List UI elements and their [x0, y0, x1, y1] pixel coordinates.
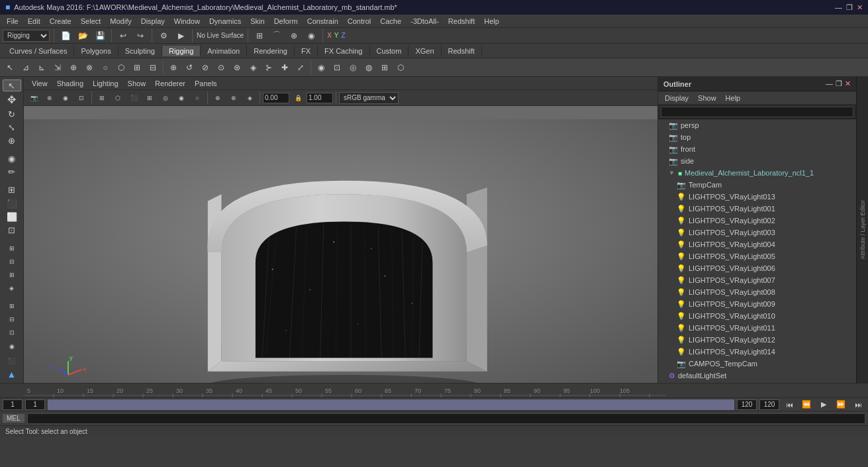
- outliner-item-light011[interactable]: 💡 LIGHTPOS_VRayLight011: [658, 322, 856, 334]
- vp-ssao-icon[interactable]: ○: [190, 91, 205, 105]
- shelf-select-icon[interactable]: ↖: [3, 60, 17, 75]
- tab-polygons[interactable]: Polygons: [74, 46, 118, 56]
- shelf-icon21[interactable]: ⊡: [330, 60, 344, 75]
- shelf-icon17[interactable]: ⊱: [262, 60, 276, 75]
- playback-current-input[interactable]: [25, 399, 45, 410]
- menu-create[interactable]: Create: [46, 17, 75, 26]
- shelf-icon6[interactable]: ⊗: [82, 60, 97, 75]
- outliner-item-light008[interactable]: 💡 LIGHTPOS_VRayLight008: [658, 286, 856, 298]
- snap-point-icon[interactable]: ⊕: [287, 28, 301, 43]
- viewport-menu-renderer[interactable]: Renderer: [151, 79, 189, 88]
- shelf-icon7[interactable]: ○: [98, 60, 113, 75]
- shelf-icon4[interactable]: ⇲: [50, 60, 65, 75]
- shelf-icon14[interactable]: ⊙: [214, 60, 228, 75]
- snap-grid-icon[interactable]: ⊞: [252, 28, 267, 43]
- viewport-menu-view[interactable]: View: [28, 79, 52, 88]
- shelf-icon18[interactable]: ✚: [277, 60, 292, 75]
- shelf-icon9[interactable]: ⊞: [130, 60, 144, 75]
- shelf-icon11[interactable]: ⊕: [166, 60, 181, 75]
- tab-sculpting[interactable]: Sculpting: [119, 46, 162, 56]
- menu-3dtoall[interactable]: -3DtoAll-: [407, 17, 443, 26]
- shelf-icon16[interactable]: ◈: [246, 60, 260, 75]
- vp-wireframe-icon[interactable]: ⬡: [111, 91, 125, 105]
- open-icon[interactable]: 📂: [75, 28, 90, 43]
- outliner-item-side[interactable]: 📷 side: [658, 155, 856, 167]
- vp-icon6[interactable]: ⊗: [226, 91, 241, 105]
- timeline[interactable]: 5 10 15 20 25 30 35 40 45 50 55 60 65 70…: [0, 383, 868, 397]
- redo-icon[interactable]: ↪: [133, 28, 148, 43]
- outliner-item-tempcam[interactable]: 📷 TempCam: [658, 179, 856, 191]
- outliner-menu-display[interactable]: Display: [661, 93, 693, 103]
- outliner-minimize[interactable]: —: [826, 79, 833, 88]
- menu-help[interactable]: Help: [480, 17, 503, 26]
- tab-custom[interactable]: Custom: [370, 46, 409, 56]
- mel-input[interactable]: [27, 413, 865, 424]
- tool-square2[interactable]: ⊟: [3, 256, 21, 268]
- viewport-canvas[interactable]: x y z persp: [24, 106, 657, 383]
- vp-icon4[interactable]: ⊡: [74, 91, 89, 105]
- vp-icon3[interactable]: ◉: [58, 91, 73, 105]
- shelf-icon12[interactable]: ↺: [182, 60, 197, 75]
- save-icon[interactable]: 💾: [93, 28, 107, 43]
- brush-tool-button[interactable]: ✏: [3, 166, 21, 178]
- select-tool-button[interactable]: ↖: [3, 79, 21, 91]
- vp-lock-icon[interactable]: 🔒: [291, 91, 305, 105]
- vp-light-icon[interactable]: ◎: [158, 91, 173, 105]
- vp-icon2[interactable]: ⊕: [42, 91, 57, 105]
- shelf-icon2[interactable]: ⊿: [19, 60, 33, 75]
- tool-misc1[interactable]: ⊞: [3, 300, 21, 312]
- shelf-icon19[interactable]: ⤢: [293, 60, 308, 75]
- move-tool-button[interactable]: ✥: [3, 93, 21, 107]
- shelf-icon13[interactable]: ⊘: [198, 60, 213, 75]
- outliner-item-persp[interactable]: 📷 persp: [658, 119, 856, 131]
- outliner-item-top[interactable]: 📷 top: [658, 131, 856, 143]
- viewport-menu-show[interactable]: Show: [124, 79, 150, 88]
- vp-shadow-icon[interactable]: ◉: [174, 91, 189, 105]
- outliner-item-defaultlightset[interactable]: ⚙ defaultLightSet: [658, 370, 856, 382]
- viewport[interactable]: View Shading Lighting Show Renderer Pane…: [24, 77, 657, 383]
- tool-box2[interactable]: ⊡: [3, 224, 21, 236]
- outliner-item-light006[interactable]: 💡 LIGHTPOS_VRayLight006: [658, 262, 856, 274]
- mel-tab-label[interactable]: MEL: [3, 414, 24, 423]
- menu-deform[interactable]: Deform: [270, 17, 302, 26]
- outliner-maximize[interactable]: ❐: [836, 79, 842, 88]
- attribute-editor-tab[interactable]: Attribute / Layer Editor: [859, 200, 866, 260]
- viewport-menu-lighting[interactable]: Lighting: [89, 79, 122, 88]
- viewport-menu-panels[interactable]: Panels: [191, 79, 221, 88]
- menu-dynamics[interactable]: Dynamics: [205, 17, 245, 26]
- outliner-item-front[interactable]: 📷 front: [658, 143, 856, 155]
- playback-play-btn[interactable]: ▶: [816, 397, 831, 412]
- tool-misc3[interactable]: ⊡: [3, 327, 21, 338]
- close-button[interactable]: ✕: [857, 3, 863, 12]
- menu-modify[interactable]: Modify: [106, 17, 135, 26]
- snap-curve-icon[interactable]: ⌒: [269, 28, 284, 43]
- outliner-menu-help[interactable]: Help: [722, 93, 745, 103]
- rotate-tool-button[interactable]: ↻: [3, 108, 21, 120]
- tab-fx-caching[interactable]: FX Caching: [318, 46, 369, 56]
- shelf-icon5[interactable]: ⊕: [66, 60, 81, 75]
- playback-range-bar[interactable]: [48, 399, 734, 410]
- outliner-item-light012[interactable]: 💡 LIGHTPOS_VRayLight012: [658, 334, 856, 346]
- outliner-item-light014[interactable]: 💡 LIGHTPOS_VRayLight014: [658, 346, 856, 358]
- shelf-icon23[interactable]: ◍: [362, 60, 376, 75]
- vp-value2-input[interactable]: [307, 93, 333, 103]
- new-file-icon[interactable]: 📄: [58, 28, 73, 43]
- shelf-icon10[interactable]: ⊟: [146, 60, 160, 75]
- shelf-icon25[interactable]: ⬡: [393, 60, 408, 75]
- playback-prev-btn[interactable]: ⏪: [799, 397, 814, 412]
- outliner-item-light009[interactable]: 💡 LIGHTPOS_VRayLight009: [658, 298, 856, 310]
- outliner-close[interactable]: ✕: [845, 79, 851, 88]
- menu-control[interactable]: Control: [344, 17, 375, 26]
- universal-manip-button[interactable]: ⊕: [3, 134, 21, 146]
- vp-grid-icon[interactable]: ⊞: [95, 91, 109, 105]
- tool-square4[interactable]: ◈: [3, 282, 21, 294]
- menu-constrain[interactable]: Constrain: [303, 17, 342, 26]
- playback-start-btn[interactable]: ⏮: [782, 397, 796, 412]
- tab-rendering[interactable]: Rendering: [247, 46, 295, 56]
- outliner-item-light003[interactable]: 💡 LIGHTPOS_VRayLight003: [658, 227, 856, 238]
- shelf-icon20[interactable]: ◉: [314, 60, 328, 75]
- vp-value1-input[interactable]: [263, 93, 289, 103]
- shelf-icon24[interactable]: ⊞: [377, 60, 392, 75]
- menu-edit[interactable]: Edit: [24, 17, 44, 26]
- tab-animation[interactable]: Animation: [201, 46, 247, 56]
